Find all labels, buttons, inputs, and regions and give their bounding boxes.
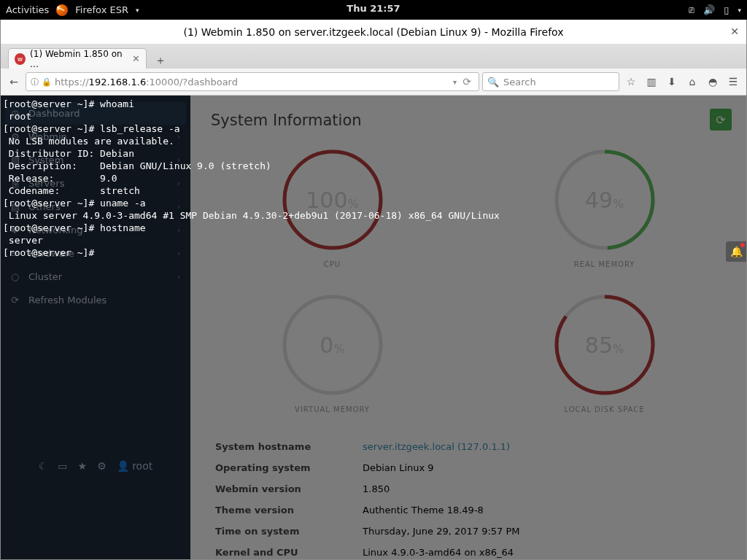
bookmark-star-button[interactable]: ☆	[622, 73, 640, 90]
info-value: 1.850	[360, 479, 724, 499]
battery-icon[interactable]: ▯	[724, 4, 729, 15]
gauge-disk: 85% LOCAL DISK SPACE	[483, 290, 726, 413]
info-value: Authentic Theme 18.49-8	[360, 500, 724, 520]
system-info-table: System hostnameserver.itzgeek.local (127…	[211, 435, 726, 560]
chevron-down-icon[interactable]: ▾	[738, 7, 741, 14]
pocket-button[interactable]: ◓	[704, 73, 721, 90]
info-key: Kernel and CPU	[212, 542, 358, 560]
info-key: Theme version	[212, 500, 358, 520]
navigation-toolbar: ← ⓘ 🔒 https://192.168.1.6:10000/?dashboa…	[1, 69, 746, 96]
clock-label[interactable]: Thu 21:57	[347, 3, 400, 14]
info-row: Kernel and CPULinux 4.9.0-3-amd64 on x86…	[212, 542, 724, 560]
info-value: Linux 4.9.0-3-amd64 on x86_64	[360, 542, 724, 560]
sidebar-item-label: Cluster	[28, 271, 177, 282]
window-close-button[interactable]: ✕	[730, 26, 739, 37]
window-titlebar: (1) Webmin 1.850 on server.itzgeek.local…	[1, 20, 746, 44]
browser-tab[interactable]: w (1) Webmin 1.850 on … ✕	[8, 48, 147, 69]
search-bar[interactable]: 🔍 Search	[482, 72, 619, 91]
user-icon[interactable]: 👤 root	[117, 460, 153, 472]
back-button[interactable]: ←	[5, 73, 23, 90]
chevron-down-icon: ▾	[136, 7, 139, 14]
sidebar-item-label: Refresh Modules	[28, 295, 180, 306]
search-placeholder: Search	[503, 77, 536, 88]
tab-close-button[interactable]: ✕	[132, 53, 140, 64]
url-bar[interactable]: ⓘ 🔒 https://192.168.1.6:10000/?dashboard…	[26, 72, 479, 91]
gauge-value: 85%	[585, 332, 624, 358]
activities-button[interactable]: Activities	[6, 4, 49, 15]
gnome-top-bar: Activities Firefox ESR ▾ Thu 21:57 ⎚ 🔊 ▯…	[0, 0, 747, 20]
sidebar-item-cluster[interactable]: ○Cluster›	[5, 265, 186, 288]
window-title: (1) Webmin 1.850 on server.itzgeek.local…	[183, 26, 563, 38]
gauge-mem: 49% REAL MEMORY	[483, 145, 726, 268]
gauge-label: REAL MEMORY	[574, 260, 635, 268]
reload-button[interactable]: ⟳	[460, 76, 474, 88]
lock-icon: 🔒	[42, 77, 52, 87]
gauge-value: 49%	[585, 187, 624, 213]
star-icon[interactable]: ★	[78, 460, 88, 472]
favicon-icon: w	[15, 53, 26, 65]
terminal-overlay[interactable]: [root@server ~]# whoami root [root@serve…	[0, 96, 460, 260]
sidebar-button[interactable]: ▥	[643, 73, 660, 90]
home-button[interactable]: ⌂	[684, 73, 701, 90]
identity-icon[interactable]: ⓘ	[31, 77, 39, 88]
gear-icon[interactable]: ⚙	[97, 460, 107, 472]
tab-strip: w (1) Webmin 1.850 on … ✕ ＋	[1, 44, 746, 69]
info-value: server.itzgeek.local (127.0.1.1)	[360, 437, 724, 456]
info-key: Webmin version	[212, 479, 358, 499]
info-row: Webmin version1.850	[212, 479, 724, 499]
firefox-icon	[56, 4, 68, 16]
network-icon[interactable]: ⎚	[689, 4, 694, 15]
app-menu-button[interactable]: Firefox ESR	[75, 4, 128, 15]
search-icon: 🔍	[487, 77, 499, 88]
downloads-button[interactable]: ⬇	[663, 73, 681, 90]
menu-button[interactable]: ☰	[724, 73, 742, 90]
sidebar-footer: ☾▭★⚙👤 root	[1, 460, 190, 472]
gauge-label: VIRTUAL MEMORY	[295, 405, 370, 413]
gauge-value: 0%	[320, 332, 344, 358]
info-link[interactable]: server.itzgeek.local (127.0.1.1)	[363, 441, 510, 452]
sidebar-item-icon: ○	[11, 271, 23, 282]
gauge-label: CPU	[324, 260, 341, 268]
sidebar-item-refresh-modules[interactable]: ⟳Refresh Modules	[5, 289, 186, 311]
info-key: Operating system	[212, 458, 358, 478]
sidebar-item-icon: ⟳	[11, 295, 23, 306]
new-tab-button[interactable]: ＋	[151, 52, 170, 69]
tab-title: (1) Webmin 1.850 on …	[30, 49, 128, 69]
volume-icon[interactable]: 🔊	[703, 4, 715, 15]
info-key: System hostname	[212, 437, 358, 456]
notification-bell[interactable]: 🔔	[726, 241, 746, 262]
info-row: Theme versionAuthentic Theme 18.49-8	[212, 500, 724, 520]
info-row: System hostnameserver.itzgeek.local (127…	[212, 437, 724, 456]
chevron-right-icon: ›	[177, 273, 180, 281]
refresh-button[interactable]: ⟳	[710, 109, 732, 131]
info-row: Time on systemThursday, June 29, 2017 9:…	[212, 521, 724, 541]
url-text: https://192.168.1.6:10000/?dashboard	[55, 77, 450, 88]
info-value: Debian Linux 9	[360, 458, 724, 478]
info-key: Time on system	[212, 521, 358, 541]
dropmarker-icon[interactable]: ▾	[453, 78, 457, 86]
info-row: Operating systemDebian Linux 9	[212, 458, 724, 478]
gauge-label: LOCAL DISK SPACE	[564, 405, 644, 413]
moon-icon[interactable]: ☾	[39, 460, 48, 472]
info-value: Thursday, June 29, 2017 9:57 PM	[360, 521, 724, 541]
gauge-vmem: 0% VIRTUAL MEMORY	[211, 290, 454, 413]
terminal-icon[interactable]: ▭	[58, 460, 67, 472]
